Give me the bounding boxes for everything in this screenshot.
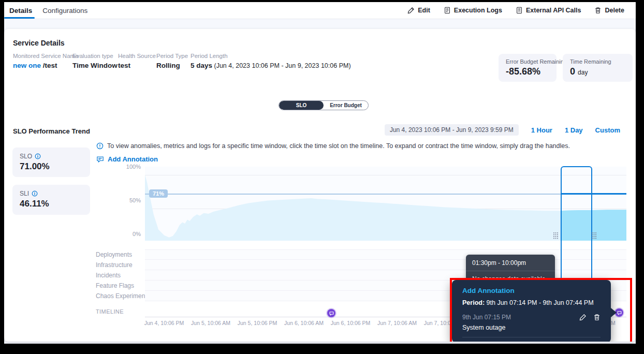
popup-tail <box>611 308 617 317</box>
field-value: Time Window <box>72 62 118 69</box>
document-api-icon <box>516 7 523 14</box>
field-label: Period Type <box>156 53 191 59</box>
info-icon[interactable] <box>35 153 41 159</box>
range-custom[interactable]: Custom <box>595 126 620 134</box>
range-1-hour[interactable]: 1 Hour <box>531 126 552 134</box>
popup-entry-time: 9th Jun 07:15 PM <box>462 314 511 321</box>
external-api-calls-label: External API Calls <box>526 7 581 14</box>
execution-logs-label: Execution Logs <box>454 7 502 14</box>
toggle-option-error-budget[interactable]: Error Budget <box>324 101 368 110</box>
timeline-info-banner: To view anomalies, metrics and logs for … <box>96 142 619 150</box>
annotation-popup: Add Annotation Period: 9th Jun 07:14 PM … <box>452 280 611 342</box>
selection-right-handle-icon[interactable] <box>591 232 597 241</box>
lane-label: Incidents <box>96 272 121 279</box>
field-value: 5 days <box>191 62 212 69</box>
tab-configurations[interactable]: Configurations <box>37 2 93 19</box>
trend-title: SLO Performance Trend <box>13 127 90 135</box>
edit-label: Edit <box>418 7 430 14</box>
date-range-pill[interactable]: Jun 4, 2023 10:06 PM - Jun 9, 2023 9:59 … <box>385 124 519 136</box>
service-details-fields: Monitored Service Name new one /test Eva… <box>13 53 351 69</box>
info-icon[interactable] <box>32 190 38 197</box>
sli-label: SLI <box>20 190 29 197</box>
popup-period-label: Period: <box>462 299 485 306</box>
time-remaining-card: Time Remaining 0 day <box>563 54 633 82</box>
lane-label: Chaos Experiments <box>96 292 150 300</box>
popup-annotation-text: System outage <box>462 324 601 331</box>
slo-target-line-left <box>145 194 561 195</box>
field-label: Period Length <box>191 53 351 59</box>
slo-target-badge: 71% <box>149 189 168 198</box>
error-budget-remaining-value: -85.68% <box>506 66 549 77</box>
field-period-length: Period Length 5 days (Jun 4, 2023 10:06 … <box>191 53 351 69</box>
slo-performance-chart[interactable]: 71% <box>145 167 626 241</box>
field-label: Health Source <box>118 53 156 59</box>
lane-label: Feature Flags <box>96 282 134 289</box>
pencil-icon <box>407 7 415 14</box>
tab-details[interactable]: Details <box>4 2 37 19</box>
slo-errorbudget-toggle: SLO Error Budget <box>279 100 369 110</box>
edit-button[interactable]: Edit <box>407 7 430 14</box>
external-api-calls-button[interactable]: External API Calls <box>516 7 581 14</box>
service-details-title: Service Details <box>13 39 65 47</box>
field-period-type: Period Type Rolling <box>156 53 191 69</box>
active-tab-underline <box>4 17 35 19</box>
field-label: Evaluation type <box>72 53 118 59</box>
y-axis-label-50: 50% <box>116 197 141 203</box>
sli-value: 46.11% <box>20 199 83 209</box>
field-monitored-service: Monitored Service Name new one /test <box>13 53 72 69</box>
monitored-service-link[interactable]: new one <box>13 62 41 69</box>
lane-label: Deployments <box>96 251 132 258</box>
field-label: Monitored Service Name <box>13 53 72 59</box>
info-icon <box>96 142 104 150</box>
field-value: Rolling <box>156 62 191 69</box>
edit-annotation-icon[interactable] <box>579 314 587 321</box>
delete-button[interactable]: Delete <box>594 7 624 14</box>
trash-icon <box>594 7 602 14</box>
toggle-option-slo[interactable]: SLO <box>279 101 324 110</box>
popup-add-annotation-link[interactable]: Add Annotation <box>462 287 601 294</box>
time-remaining-value: 0 <box>570 66 575 77</box>
sli-metric-card: SLI 46.11% <box>12 185 90 215</box>
selection-left-handle-icon[interactable] <box>553 232 559 241</box>
error-budget-remaining-card: Error Budget Remaining -85.68% <box>499 54 557 82</box>
sli-area <box>145 175 626 241</box>
timeline-label: TIMELINE <box>96 308 124 315</box>
slo-metric-card: SLO 71.00% <box>12 148 90 177</box>
info-text: To view anomalies, metrics and logs for … <box>107 142 570 150</box>
tooltip-time-range: 01:30pm - 10:00pm <box>466 255 555 271</box>
y-axis-label-100: 100% <box>116 164 141 170</box>
y-axis-label-0: 0% <box>116 231 141 237</box>
app-window: Details Configurations Edit Execution Lo… <box>4 2 636 344</box>
field-suffix: /test <box>41 62 57 69</box>
tab-bar: Details Configurations Edit Execution Lo… <box>4 2 636 19</box>
time-remaining-unit: day <box>578 69 588 76</box>
field-evaluation-type: Evaluation type Time Window <box>72 53 118 69</box>
content-card: Service Details Monitored Service Name n… <box>4 29 636 342</box>
range-1-day[interactable]: 1 Day <box>565 126 583 134</box>
delete-label: Delete <box>605 7 624 14</box>
document-icon <box>444 7 451 14</box>
field-value: test <box>118 62 156 69</box>
field-health-source: Health Source test <box>118 53 156 69</box>
toolbar: Edit Execution Logs External API Calls D… <box>407 7 636 14</box>
delete-annotation-icon[interactable] <box>593 314 601 321</box>
lane-label: Infrastructure <box>96 261 133 269</box>
add-annotation-label: Add Annotation <box>108 155 158 163</box>
sli-area-chart <box>145 167 626 241</box>
execution-logs-button[interactable]: Execution Logs <box>444 7 502 14</box>
add-annotation-link[interactable]: Add Annotation <box>96 155 158 163</box>
stat-cards: Error Budget Remaining -85.68% Time Rema… <box>499 54 633 82</box>
stat-label: Time Remaining <box>570 58 625 65</box>
stat-label: Error Budget Remaining <box>506 58 549 65</box>
slo-label: SLO <box>20 153 32 160</box>
annotation-marker-icon[interactable] <box>327 309 335 317</box>
field-suffix: (Jun 4, 2023 10:06 PM - Jun 9, 2023 10:0… <box>212 62 351 69</box>
slo-value: 71.00% <box>20 161 83 172</box>
trend-controls: Jun 4, 2023 10:06 PM - Jun 9, 2023 9:59 … <box>385 124 620 136</box>
annotation-bubble-icon <box>96 155 104 163</box>
popup-period-value: 9th Jun 07:14 PM - 9th Jun 07:44 PM <box>485 299 594 306</box>
x-axis-label-partial: M <box>611 320 616 326</box>
